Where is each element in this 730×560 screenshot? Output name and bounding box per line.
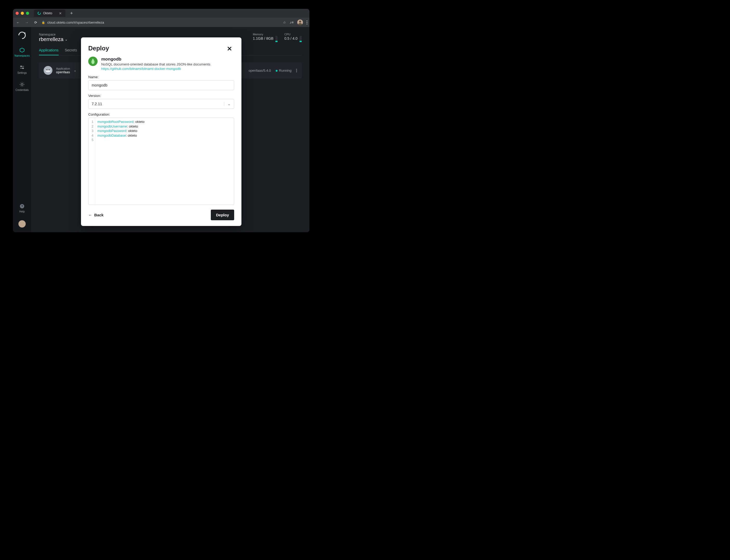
mongodb-icon <box>88 57 98 66</box>
version-label: Version: <box>88 94 234 98</box>
config-label: Configuration: <box>88 112 234 116</box>
app-description: NoSQL document-oriented database that st… <box>101 62 210 66</box>
deploy-modal: Deploy ✕ mongodb NoSQL document-oriented… <box>81 37 242 226</box>
app-title: mongodb <box>101 57 210 62</box>
arrow-left-icon: ← <box>88 213 92 217</box>
config-editor[interactable]: 12345 mongodbRootPassword: oktetomongodb… <box>88 118 234 205</box>
version-select[interactable]: 7.2.11 ⌄ <box>88 99 234 109</box>
name-label: Name: <box>88 75 234 79</box>
close-icon[interactable]: ✕ <box>227 45 232 52</box>
back-button[interactable]: ← Back <box>88 213 104 217</box>
chevron-down-icon: ⌄ <box>224 102 231 106</box>
name-input[interactable] <box>88 80 234 90</box>
repo-link[interactable]: https://github.com/bitnami/bitnami-docke… <box>101 67 181 71</box>
modal-overlay: Deploy ✕ mongodb NoSQL document-oriented… <box>13 9 310 232</box>
deploy-button[interactable]: Deploy <box>211 210 234 220</box>
modal-title: Deploy <box>88 45 234 52</box>
